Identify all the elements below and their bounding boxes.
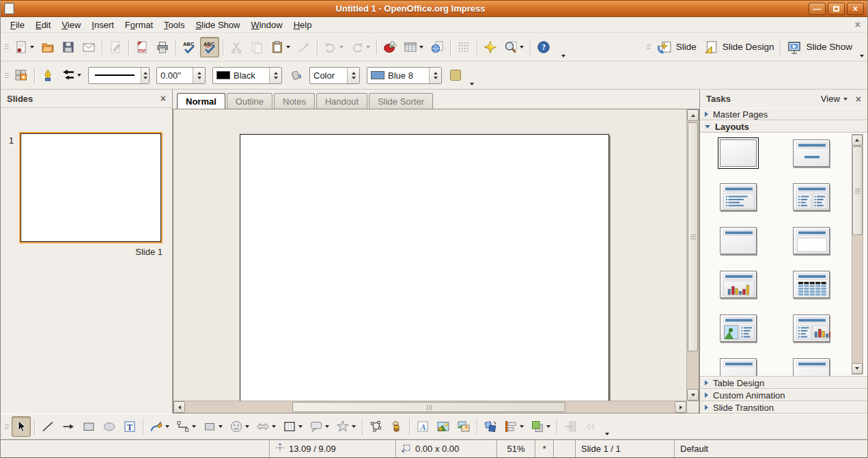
symbol-shapes-button[interactable]: [227, 416, 252, 437]
fontwork-gallery-button[interactable]: A: [413, 416, 432, 437]
maximize-button[interactable]: [828, 3, 845, 15]
alignment-button[interactable]: [501, 416, 527, 437]
spin-buttons-icon[interactable]: [429, 68, 441, 83]
layouts-scroll-down-icon[interactable]: [852, 363, 863, 374]
menu-edit[interactable]: Edit: [30, 18, 56, 32]
insert-chart-button[interactable]: [380, 37, 400, 57]
gallery-button[interactable]: [454, 416, 473, 437]
menu-tools[interactable]: Tools: [158, 18, 190, 32]
tasks-panel-close-icon[interactable]: ×: [856, 94, 861, 105]
layout-title-clipart-text[interactable]: [720, 314, 757, 342]
section-table-design[interactable]: Table Design: [700, 377, 867, 389]
toolbar-overflow-button[interactable]: [601, 414, 611, 439]
auto-spellcheck-button[interactable]: ABC: [200, 37, 219, 57]
document-close-icon[interactable]: ×: [855, 19, 860, 30]
spin-buttons-icon[interactable]: [347, 68, 359, 83]
scroll-down-icon[interactable]: [687, 389, 699, 401]
ellipse-button[interactable]: [100, 416, 119, 437]
callouts-button[interactable]: [307, 416, 332, 437]
dropdown-arrow-icon[interactable]: [219, 425, 223, 428]
dropdown-arrow-icon[interactable]: [520, 46, 524, 49]
toolbar-overflow-button[interactable]: [557, 33, 568, 61]
save-button[interactable]: [59, 37, 78, 57]
hyperlink-button[interactable]: [428, 37, 447, 57]
curve-button[interactable]: [147, 416, 172, 437]
dropdown-arrow-icon[interactable]: [165, 425, 169, 428]
area-dialog-button[interactable]: [286, 65, 305, 85]
slide-page[interactable]: [240, 134, 609, 412]
scroll-left-icon[interactable]: [173, 401, 185, 413]
dropdown-arrow-icon[interactable]: [192, 425, 196, 428]
styles-and-formatting-button[interactable]: [12, 65, 31, 85]
navigator-button[interactable]: [481, 37, 500, 57]
dropdown-arrow-icon[interactable]: [286, 46, 290, 49]
close-button[interactable]: ×: [847, 3, 864, 15]
flowchart-button[interactable]: [280, 416, 305, 437]
rectangle-button[interactable]: [79, 416, 98, 437]
tab-slide-sorter[interactable]: Slide Sorter: [369, 93, 433, 109]
block-arrows-button[interactable]: [253, 416, 279, 437]
slide-design-button[interactable]: Slide Design: [701, 37, 777, 57]
scroll-right-icon[interactable]: [675, 401, 686, 413]
slides-panel-close-icon[interactable]: ×: [160, 93, 166, 104]
export-pdf-button[interactable]: PDF: [132, 37, 152, 57]
glue-points-button[interactable]: [387, 416, 406, 437]
area-style-select[interactable]: Color: [309, 67, 360, 84]
zoom-level-cell[interactable]: 51%: [496, 440, 535, 457]
dropdown-arrow-icon[interactable]: [520, 425, 524, 428]
toolbar-grip[interactable]: [3, 33, 10, 61]
dropdown-arrow-icon[interactable]: [352, 425, 356, 428]
layout-title-frame[interactable]: [793, 227, 830, 254]
dropdown-arrow-icon[interactable]: [298, 425, 303, 428]
line-dialog-button[interactable]: [38, 65, 57, 85]
dropdown-arrow-icon[interactable]: [366, 46, 370, 49]
slide-show-button[interactable]: Slide Show: [784, 37, 855, 57]
layout-title-only[interactable]: [720, 227, 757, 254]
dropdown-arrow-icon[interactable]: [30, 46, 34, 49]
help-button[interactable]: ?: [534, 37, 553, 57]
dropdown-arrow-icon[interactable]: [325, 425, 329, 428]
arrange-button[interactable]: [528, 416, 553, 437]
layouts-scroll-up-icon[interactable]: [852, 135, 863, 146]
layout-title-text-chart[interactable]: [793, 314, 830, 342]
menu-format[interactable]: Format: [120, 18, 158, 32]
tab-notes[interactable]: Notes: [274, 93, 315, 109]
layout-title-2content[interactable]: [793, 183, 830, 211]
toolbar-grip[interactable]: [646, 33, 652, 61]
text-button[interactable]: T: [120, 416, 139, 437]
line-button[interactable]: [38, 416, 57, 437]
horizontal-scrollbar[interactable]: [173, 401, 686, 413]
dropdown-arrow-icon[interactable]: [546, 425, 550, 428]
layout-cutoff-2[interactable]: [793, 358, 830, 377]
new-button[interactable]: [12, 37, 37, 57]
print-button[interactable]: [153, 37, 172, 57]
toolbar-overflow-button[interactable]: [856, 33, 866, 61]
dropdown-arrow-icon[interactable]: [339, 46, 344, 49]
vertical-scrollbar[interactable]: [686, 109, 699, 401]
layout-cutoff-1[interactable]: [720, 358, 757, 377]
toolbar-grip[interactable]: [3, 62, 10, 89]
insert-table-button[interactable]: [401, 37, 426, 57]
menu-help[interactable]: Help: [288, 18, 318, 32]
section-layouts[interactable]: Layouts: [700, 120, 867, 133]
spin-buttons-icon[interactable]: [193, 68, 205, 83]
line-ends-arrow-button[interactable]: [59, 416, 78, 437]
spin-buttons-icon[interactable]: [269, 68, 281, 83]
rotate-button[interactable]: [481, 416, 500, 437]
line-color-select[interactable]: Black: [212, 67, 282, 84]
slide-canvas[interactable]: [173, 109, 699, 414]
display-grid-button[interactable]: [454, 37, 473, 57]
tab-normal[interactable]: Normal: [177, 93, 225, 109]
open-button[interactable]: [38, 37, 57, 57]
section-slide-transition[interactable]: Slide Transition: [700, 401, 867, 414]
menu-file[interactable]: File: [5, 18, 30, 32]
layout-title-chart[interactable]: [720, 271, 757, 298]
layout-blank[interactable]: [720, 139, 757, 167]
layouts-scrollbar[interactable]: [852, 134, 863, 375]
insert-picture-button[interactable]: [434, 416, 453, 437]
spin-buttons-icon[interactable]: [141, 68, 149, 83]
layout-title-content[interactable]: [720, 183, 757, 211]
toolbar-overflow-button[interactable]: [466, 62, 476, 89]
tasks-view-button[interactable]: View: [821, 94, 848, 104]
menu-slide-show[interactable]: Slide Show: [190, 18, 245, 32]
